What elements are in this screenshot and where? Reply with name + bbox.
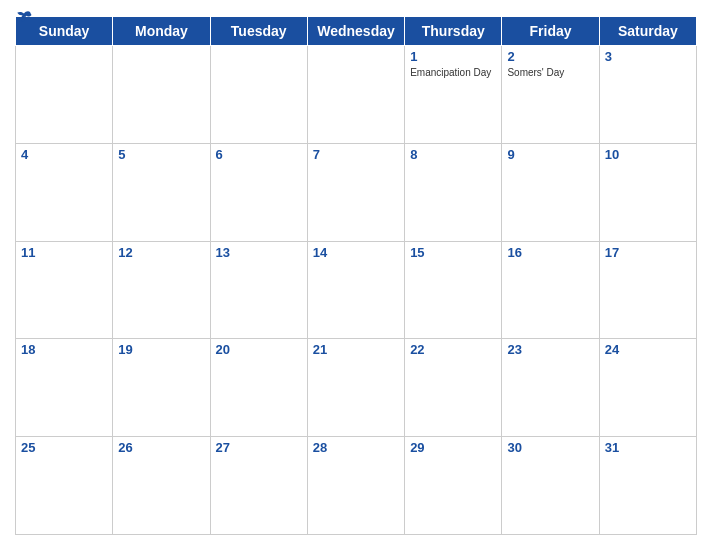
day-number: 14 <box>313 245 399 260</box>
calendar-day-cell: 21 <box>307 339 404 437</box>
weekday-header-wednesday: Wednesday <box>307 17 404 46</box>
day-number: 15 <box>410 245 496 260</box>
day-number: 21 <box>313 342 399 357</box>
day-event: Emancipation Day <box>410 66 496 79</box>
day-number: 28 <box>313 440 399 455</box>
calendar-day-cell: 29 <box>405 437 502 535</box>
weekday-header-tuesday: Tuesday <box>210 17 307 46</box>
calendar-day-cell: 2Somers' Day <box>502 46 599 144</box>
calendar-week-row: 11121314151617 <box>16 241 697 339</box>
calendar-day-cell: 24 <box>599 339 696 437</box>
day-number: 23 <box>507 342 593 357</box>
calendar-day-cell: 12 <box>113 241 210 339</box>
day-number: 24 <box>605 342 691 357</box>
day-number: 1 <box>410 49 496 64</box>
calendar-day-cell: 16 <box>502 241 599 339</box>
logo-bird-icon <box>15 10 33 26</box>
calendar-day-cell: 6 <box>210 143 307 241</box>
weekday-header-monday: Monday <box>113 17 210 46</box>
day-number: 26 <box>118 440 204 455</box>
day-number: 19 <box>118 342 204 357</box>
calendar-day-cell <box>210 46 307 144</box>
day-number: 6 <box>216 147 302 162</box>
calendar-day-cell: 9 <box>502 143 599 241</box>
calendar-day-cell: 13 <box>210 241 307 339</box>
calendar-day-cell: 22 <box>405 339 502 437</box>
day-number: 17 <box>605 245 691 260</box>
calendar-wrapper: SundayMondayTuesdayWednesdayThursdayFrid… <box>0 0 712 550</box>
calendar-day-cell: 18 <box>16 339 113 437</box>
day-number: 29 <box>410 440 496 455</box>
weekday-header-saturday: Saturday <box>599 17 696 46</box>
calendar-day-cell: 19 <box>113 339 210 437</box>
calendar-day-cell: 11 <box>16 241 113 339</box>
logo <box>15 10 34 26</box>
calendar-day-cell: 14 <box>307 241 404 339</box>
logo-blue-text <box>15 10 34 26</box>
day-number: 8 <box>410 147 496 162</box>
day-number: 25 <box>21 440 107 455</box>
day-number: 5 <box>118 147 204 162</box>
weekday-header-friday: Friday <box>502 17 599 46</box>
day-number: 16 <box>507 245 593 260</box>
calendar-day-cell: 4 <box>16 143 113 241</box>
day-number: 20 <box>216 342 302 357</box>
calendar-day-cell: 3 <box>599 46 696 144</box>
calendar-day-cell: 10 <box>599 143 696 241</box>
calendar-day-cell: 27 <box>210 437 307 535</box>
calendar-table: SundayMondayTuesdayWednesdayThursdayFrid… <box>15 16 697 535</box>
calendar-day-cell: 30 <box>502 437 599 535</box>
calendar-day-cell <box>307 46 404 144</box>
calendar-week-row: 18192021222324 <box>16 339 697 437</box>
day-number: 2 <box>507 49 593 64</box>
day-number: 27 <box>216 440 302 455</box>
calendar-day-cell: 31 <box>599 437 696 535</box>
calendar-week-row: 45678910 <box>16 143 697 241</box>
day-number: 9 <box>507 147 593 162</box>
calendar-day-cell: 1Emancipation Day <box>405 46 502 144</box>
calendar-day-cell: 15 <box>405 241 502 339</box>
calendar-day-cell: 23 <box>502 339 599 437</box>
calendar-day-cell: 5 <box>113 143 210 241</box>
weekday-header-row: SundayMondayTuesdayWednesdayThursdayFrid… <box>16 17 697 46</box>
day-event: Somers' Day <box>507 66 593 79</box>
calendar-day-cell: 17 <box>599 241 696 339</box>
day-number: 7 <box>313 147 399 162</box>
calendar-day-cell: 7 <box>307 143 404 241</box>
calendar-day-cell: 25 <box>16 437 113 535</box>
calendar-day-cell: 28 <box>307 437 404 535</box>
day-number: 30 <box>507 440 593 455</box>
day-number: 4 <box>21 147 107 162</box>
calendar-day-cell: 26 <box>113 437 210 535</box>
calendar-day-cell: 8 <box>405 143 502 241</box>
day-number: 18 <box>21 342 107 357</box>
day-number: 13 <box>216 245 302 260</box>
day-number: 22 <box>410 342 496 357</box>
calendar-week-row: 25262728293031 <box>16 437 697 535</box>
calendar-day-cell: 20 <box>210 339 307 437</box>
day-number: 12 <box>118 245 204 260</box>
day-number: 3 <box>605 49 691 64</box>
day-number: 31 <box>605 440 691 455</box>
day-number: 11 <box>21 245 107 260</box>
calendar-day-cell <box>16 46 113 144</box>
day-number: 10 <box>605 147 691 162</box>
calendar-day-cell <box>113 46 210 144</box>
calendar-week-row: 1Emancipation Day2Somers' Day3 <box>16 46 697 144</box>
weekday-header-thursday: Thursday <box>405 17 502 46</box>
